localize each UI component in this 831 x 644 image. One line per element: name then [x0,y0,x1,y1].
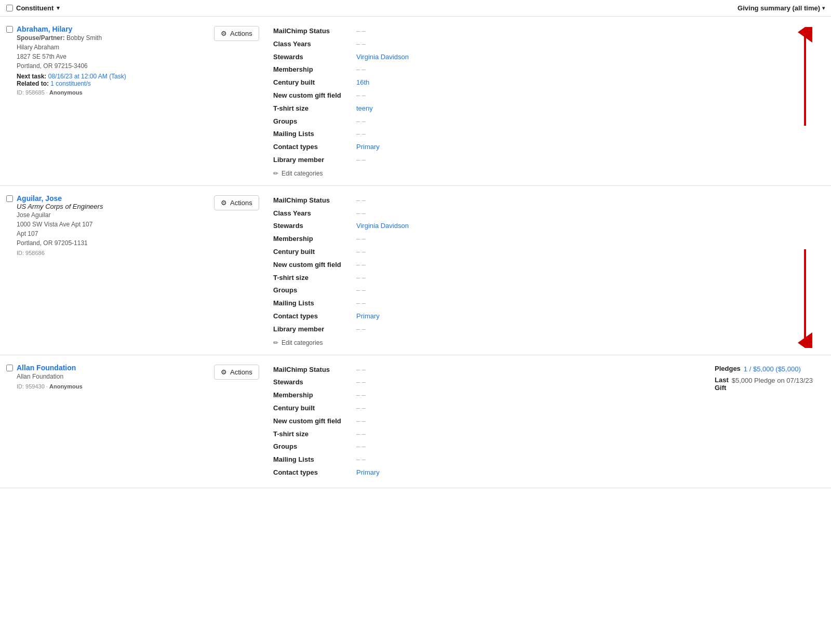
category-label: Mailing Lists [273,129,356,140]
category-value: – – [356,429,366,440]
category-label: New custom gift field [273,416,356,427]
category-value: – – [356,129,366,140]
category-value[interactable]: Virginia Davidson [356,221,409,232]
next-task: Next task: 08/16/23 at 12:00 AM (Task) [17,73,206,80]
category-value: – – [356,260,366,271]
category-row: New custom gift field– – [273,415,711,428]
category-row: New custom gift field– – [273,89,711,102]
next-task-link[interactable]: 08/16/23 at 12:00 AM (Task) [48,73,126,80]
giving-summary-header[interactable]: Giving summary (all time) ▾ [738,4,825,12]
edit-categories-label: Edit categories [282,339,323,346]
category-value: – – [356,441,366,452]
constituent-name[interactable]: Abraham, Hilary [17,25,206,33]
constituent-info: Allan FoundationAllan FoundationID: 9594… [17,364,214,479]
category-value: – – [356,390,366,401]
actions-label: Actions [230,30,252,37]
actions-label: Actions [230,199,252,207]
category-label: New custom gift field [273,90,356,101]
address-line1: 1000 SW Vista Ave Apt 107 [17,220,206,229]
constituent-chevron-icon[interactable]: ▾ [57,5,60,11]
category-row: Contact typesPrimary [273,310,711,323]
category-label: New custom gift field [273,260,356,271]
category-row: Library member– – [273,323,711,336]
category-value[interactable]: Primary [356,311,380,322]
category-value: – – [356,377,366,388]
category-label: Groups [273,116,356,127]
category-value: – – [356,155,366,166]
constituent-header-label: Constituent [16,4,53,12]
category-value: – – [356,26,366,37]
category-row: Class Years– – [273,38,711,51]
row-select-checkbox[interactable] [6,365,13,371]
last-gift-label: LastGift [715,376,729,392]
categories-col: MailChimp Status– –Stewards– –Membership… [271,364,711,479]
category-label: Groups [273,441,356,452]
display-name: Allan Foundation [17,372,206,381]
category-row: Stewards– – [273,376,711,389]
row-select-checkbox[interactable] [6,195,13,202]
category-label: T-shirt size [273,429,356,440]
category-label: Class Years [273,39,356,50]
category-row: Membership– – [273,233,711,246]
category-row: Century built16th [273,76,711,89]
constituent-name[interactable]: Allan Foundation [17,364,206,372]
address-line2: Apt 107 [17,229,206,238]
actions-col: ⚙Actions [214,194,271,346]
giving-col: Pledges1 / $5,000 ($5,000)LastGift$5,000… [711,364,825,479]
actions-col: ⚙Actions [214,25,271,177]
category-row: MailChimp Status– – [273,364,711,377]
category-value[interactable]: teeny [356,103,373,114]
category-value[interactable]: Primary [356,142,380,153]
category-row: Groups– – [273,284,711,297]
category-value: – – [356,247,366,258]
category-value[interactable]: Virginia Davidson [356,52,409,63]
category-row: StewardsVirginia Davidson [273,220,711,233]
category-value: – – [356,273,366,284]
category-row: T-shirt size– – [273,272,711,285]
category-label: Groups [273,285,356,296]
category-label: Century built [273,247,356,258]
category-value[interactable]: Primary [356,467,380,478]
category-value: – – [356,39,366,50]
constituent-id: ID: 959430 · Anonymous [17,383,206,390]
related-to-link[interactable]: 1 constituent/s [50,80,90,87]
category-row: Groups– – [273,115,711,128]
edit-categories-button[interactable]: ✏Edit categories [273,339,711,346]
category-value: – – [356,285,366,296]
table-row: Abraham, HilarySpouse/Partner: Bobby Smi… [0,17,831,186]
constituent-name[interactable]: Aguilar, Jose [17,194,206,203]
actions-button[interactable]: ⚙Actions [214,26,259,41]
row-checkbox-wrapper [6,364,17,479]
category-label: Century built [273,77,356,88]
category-value: – – [356,403,366,414]
address-line1: 1827 SE 57th Ave [17,52,206,61]
category-row: Class Years– – [273,207,711,220]
category-label: Century built [273,403,356,414]
category-label: MailChimp Status [273,26,356,37]
category-value: – – [356,116,366,127]
actions-button[interactable]: ⚙Actions [214,195,259,210]
table-header: Constituent ▾ Giving summary (all time) … [0,0,831,17]
related-to: Related to: 1 constituent/s [17,80,206,87]
actions-button[interactable]: ⚙Actions [214,365,259,380]
category-label: Contact types [273,142,356,153]
category-row: Library member– – [273,154,711,167]
category-label: Contact types [273,467,356,478]
select-all-checkbox[interactable] [6,5,13,11]
category-label: Contact types [273,311,356,322]
category-value[interactable]: 16th [356,77,369,88]
category-row: T-shirt sizeteeny [273,102,711,115]
category-value: – – [356,64,366,75]
table-row: Allan FoundationAllan FoundationID: 9594… [0,355,831,488]
address-line3: Portland, OR 97205-1131 [17,238,206,248]
row-select-checkbox[interactable] [6,26,13,33]
actions-col: ⚙Actions [214,364,271,479]
spouse-partner: Spouse/Partner: Bobby Smith [17,33,206,43]
categories-col: MailChimp Status– –Class Years– –Steward… [271,194,711,346]
pledges-value[interactable]: 1 / $5,000 ($5,000) [744,365,801,374]
category-label: Membership [273,234,356,245]
edit-categories-button[interactable]: ✏Edit categories [273,170,711,177]
category-row: Contact typesPrimary [273,141,711,154]
category-label: T-shirt size [273,273,356,284]
display-name: Jose Aguilar [17,210,206,220]
